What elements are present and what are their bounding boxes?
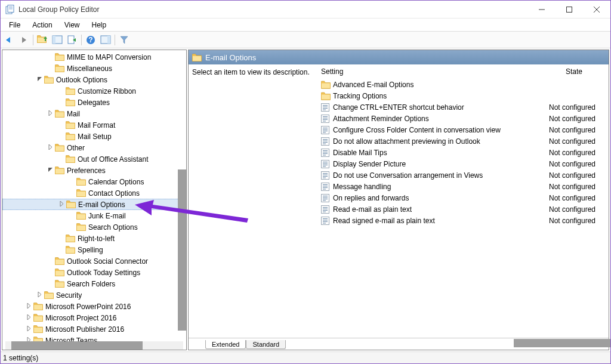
- toolbar-separator: [81, 35, 82, 45]
- tree-item[interactable]: MIME to MAPI Conversion: [2, 51, 186, 63]
- setting-name: Configure Cross Folder Content in conver…: [333, 126, 549, 134]
- minimize-button[interactable]: [528, 1, 556, 18]
- tree-item[interactable]: Mail Format: [2, 119, 186, 131]
- tree-item[interactable]: Right-to-left: [2, 233, 186, 244]
- tree-item[interactable]: Miscellaneous: [2, 63, 186, 74]
- description-column: Select an item to view its description.: [189, 64, 319, 338]
- tree-item[interactable]: Preferences: [2, 165, 186, 176]
- show-hide-console-tree-button[interactable]: [50, 33, 64, 47]
- close-button[interactable]: [583, 1, 610, 18]
- tree-item[interactable]: Spelling: [2, 244, 186, 255]
- back-button[interactable]: [2, 33, 16, 47]
- expand-icon[interactable]: [57, 201, 66, 208]
- tree-item[interactable]: Outlook Social Connector: [2, 255, 186, 267]
- expand-icon[interactable]: [45, 144, 55, 151]
- expand-icon[interactable]: [45, 110, 55, 117]
- status-text: 1 setting(s): [3, 354, 38, 362]
- setting-policy-row[interactable]: On replies and forwardsNot configured: [319, 192, 609, 203]
- setting-policy-row[interactable]: Attachment Reminder OptionsNot configure…: [319, 113, 609, 124]
- tree-item-label: Mail Setup: [78, 132, 112, 141]
- tree-item[interactable]: Contact Options: [2, 187, 186, 199]
- tree-item-label: Microsoft PowerPoint 2016: [45, 303, 131, 311]
- collapse-icon[interactable]: [35, 76, 44, 83]
- tree-item[interactable]: Outlook Today Settings: [2, 267, 186, 278]
- filter-button[interactable]: [117, 33, 131, 47]
- menu-view[interactable]: View: [58, 20, 86, 30]
- setting-policy-row[interactable]: Do not allow attachment previewing in Ou…: [319, 135, 609, 147]
- tree-item-label: Mail: [67, 110, 80, 118]
- tree-item[interactable]: Other: [2, 142, 186, 153]
- tree-item-label: Delegates: [78, 98, 110, 107]
- tree-item[interactable]: Mail Setup: [2, 131, 186, 142]
- details-horizontal-scrollbar[interactable]: [514, 339, 603, 347]
- setting-state: Not configured: [549, 194, 609, 202]
- folder-icon: [66, 246, 75, 254]
- tree-item[interactable]: Microsoft Publisher 2016: [2, 323, 186, 335]
- maximize-button[interactable]: [556, 1, 583, 18]
- folder-icon: [55, 280, 64, 288]
- setting-policy-row[interactable]: Disable Mail TipsNot configured: [319, 147, 609, 158]
- folder-icon: [76, 223, 86, 231]
- up-one-level-button[interactable]: [35, 33, 50, 47]
- folder-icon: [66, 235, 75, 242]
- tree-item-label: Preferences: [67, 166, 106, 175]
- forward-button[interactable]: [17, 33, 31, 47]
- console-tree[interactable]: MIME to MAPI ConversionMiscellaneousOutl…: [2, 50, 186, 347]
- menu-file[interactable]: File: [3, 20, 26, 30]
- expand-icon[interactable]: [24, 303, 33, 310]
- tree-item[interactable]: Mail: [2, 108, 186, 119]
- tree-item[interactable]: E-mail Options: [2, 199, 186, 210]
- tree-item[interactable]: Outlook Options: [2, 74, 186, 85]
- column-headers[interactable]: Setting State: [319, 64, 609, 79]
- setting-state: Not configured: [549, 103, 609, 112]
- folder-icon: [55, 269, 64, 276]
- tree-item[interactable]: Search Options: [2, 221, 186, 233]
- setting-policy-row[interactable]: Change CTRL+ENTER shortcut behaviorNot c…: [319, 101, 609, 113]
- details-header-title: E-mail Options: [205, 53, 256, 62]
- column-header-setting[interactable]: Setting: [319, 67, 544, 76]
- tree-vertical-scrollbar[interactable]: [178, 169, 186, 331]
- tree-item-label: Spelling: [78, 246, 103, 254]
- tab-standard[interactable]: Standard: [246, 340, 286, 349]
- tree-item[interactable]: Search Folders: [2, 278, 186, 289]
- column-header-state[interactable]: State: [544, 67, 604, 76]
- setting-folder-row[interactable]: Advanced E-mail Options: [319, 79, 609, 90]
- tree-item[interactable]: Out of Office Assistant: [2, 153, 186, 165]
- tree-item[interactable]: Security: [2, 289, 186, 301]
- folder-icon: [44, 76, 54, 84]
- setting-policy-row[interactable]: Read signed e-mail as plain textNot conf…: [319, 215, 609, 226]
- export-list-button[interactable]: [65, 33, 79, 47]
- expand-icon[interactable]: [24, 326, 33, 332]
- folder-icon: [192, 54, 202, 61]
- tree-item[interactable]: Calendar Options: [2, 176, 186, 187]
- setting-folder-row[interactable]: Tracking Options: [319, 90, 609, 101]
- svg-rect-16: [68, 36, 74, 44]
- tab-extended[interactable]: Extended: [205, 340, 246, 349]
- svg-rect-11: [567, 7, 572, 12]
- tree-item[interactable]: Junk E-mail: [2, 210, 186, 221]
- setting-policy-row[interactable]: Read e-mail as plain textNot configured: [319, 203, 609, 215]
- tree-horizontal-scrollbar[interactable]: [5, 341, 183, 350]
- tree-item[interactable]: Microsoft Project 2016: [2, 312, 186, 323]
- menu-action[interactable]: Action: [26, 20, 58, 30]
- setting-name: Disable Mail Tips: [333, 149, 549, 157]
- tree-item[interactable]: Microsoft PowerPoint 2016: [2, 301, 186, 312]
- tree-item[interactable]: Customize Ribbon: [2, 85, 186, 97]
- collapse-icon[interactable]: [45, 167, 55, 174]
- setting-policy-row[interactable]: Display Sender PictureNot configured: [319, 158, 609, 169]
- setting-name: Tracking Options: [333, 92, 549, 100]
- expand-icon[interactable]: [35, 292, 44, 298]
- setting-name: Change CTRL+ENTER shortcut behavior: [333, 103, 549, 112]
- settings-list[interactable]: Advanced E-mail OptionsTracking OptionsC…: [319, 79, 609, 338]
- setting-policy-row[interactable]: Do not use Conversation arrangement in V…: [319, 169, 609, 181]
- help-button[interactable]: ?: [84, 33, 98, 47]
- main-area: MIME to MAPI ConversionMiscellaneousOutl…: [1, 48, 610, 351]
- expand-icon[interactable]: [24, 314, 33, 321]
- tree-item[interactable]: Delegates: [2, 97, 186, 108]
- folder-icon: [55, 144, 64, 152]
- setting-policy-row[interactable]: Message handlingNot configured: [319, 181, 609, 192]
- show-hide-action-pane-button[interactable]: [98, 33, 113, 47]
- menu-help[interactable]: Help: [86, 20, 113, 30]
- setting-policy-row[interactable]: Configure Cross Folder Content in conver…: [319, 124, 609, 135]
- setting-name: Display Sender Picture: [333, 160, 549, 168]
